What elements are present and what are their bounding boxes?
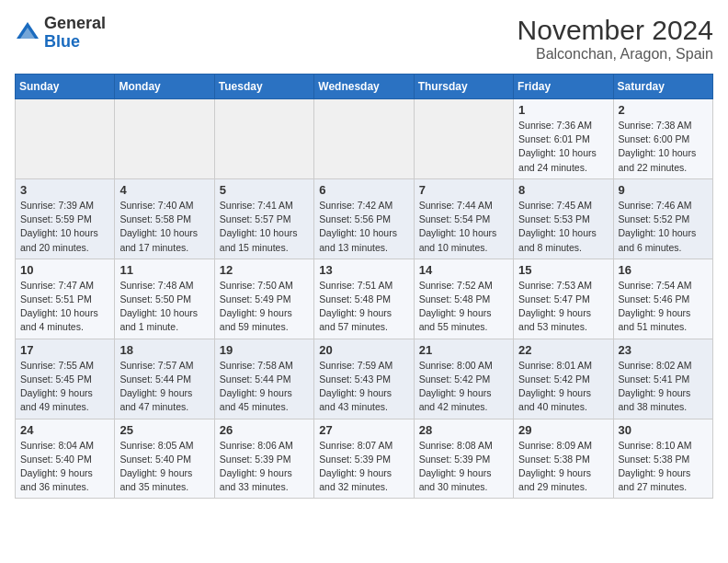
day-info: Sunrise: 7:39 AMSunset: 5:59 PMDaylight:… [20, 199, 109, 255]
day-number: 27 [319, 423, 408, 437]
day-number: 17 [20, 343, 109, 357]
day-info: Sunrise: 8:05 AMSunset: 5:40 PMDaylight:… [119, 439, 209, 495]
calendar-cell: 8Sunrise: 7:45 AMSunset: 5:53 PMDaylight… [514, 178, 613, 259]
day-number: 19 [220, 343, 309, 357]
weekday-header: Thursday [414, 75, 513, 99]
day-number: 22 [518, 343, 608, 357]
calendar-cell [115, 99, 214, 179]
calendar: SundayMondayTuesdayWednesdayThursdayFrid… [15, 74, 713, 499]
day-number: 6 [319, 183, 408, 197]
calendar-body: 1Sunrise: 7:36 AMSunset: 6:01 PMDaylight… [16, 99, 713, 499]
calendar-cell [414, 99, 513, 179]
calendar-cell: 27Sunrise: 8:07 AMSunset: 5:39 PMDayligh… [314, 419, 414, 499]
day-info: Sunrise: 7:36 AMSunset: 6:01 PMDaylight:… [518, 119, 608, 175]
day-info: Sunrise: 7:46 AMSunset: 5:52 PMDaylight:… [619, 199, 708, 255]
day-info: Sunrise: 8:08 AMSunset: 5:39 PMDaylight:… [419, 439, 508, 495]
day-info: Sunrise: 8:02 AMSunset: 5:41 PMDaylight:… [619, 359, 708, 415]
calendar-week-row: 17Sunrise: 7:55 AMSunset: 5:45 PMDayligh… [16, 339, 713, 419]
day-number: 13 [319, 263, 408, 277]
calendar-cell: 17Sunrise: 7:55 AMSunset: 5:45 PMDayligh… [16, 339, 115, 419]
day-number: 11 [119, 263, 209, 277]
calendar-cell: 21Sunrise: 8:00 AMSunset: 5:42 PMDayligh… [414, 339, 513, 419]
calendar-cell: 3Sunrise: 7:39 AMSunset: 5:59 PMDaylight… [16, 178, 115, 259]
day-number: 15 [518, 263, 608, 277]
day-info: Sunrise: 7:53 AMSunset: 5:47 PMDaylight:… [518, 279, 608, 335]
day-info: Sunrise: 7:47 AMSunset: 5:51 PMDaylight:… [20, 279, 109, 335]
day-number: 3 [20, 183, 109, 197]
calendar-week-row: 1Sunrise: 7:36 AMSunset: 6:01 PMDaylight… [16, 99, 713, 179]
weekday-header: Saturday [613, 75, 712, 99]
day-info: Sunrise: 7:45 AMSunset: 5:53 PMDaylight:… [518, 199, 608, 255]
title-block: November 2024 Balconchan, Aragon, Spain [518, 15, 713, 63]
calendar-cell: 1Sunrise: 7:36 AMSunset: 6:01 PMDaylight… [514, 99, 613, 179]
day-info: Sunrise: 7:48 AMSunset: 5:50 PMDaylight:… [119, 279, 209, 335]
calendar-cell: 23Sunrise: 8:02 AMSunset: 5:41 PMDayligh… [613, 339, 712, 419]
day-info: Sunrise: 7:44 AMSunset: 5:54 PMDaylight:… [419, 199, 508, 255]
day-info: Sunrise: 7:42 AMSunset: 5:56 PMDaylight:… [319, 199, 408, 255]
day-number: 12 [220, 263, 309, 277]
calendar-cell: 19Sunrise: 7:58 AMSunset: 5:44 PMDayligh… [214, 339, 313, 419]
day-info: Sunrise: 8:06 AMSunset: 5:39 PMDaylight:… [220, 439, 309, 495]
month-title: November 2024 [518, 15, 713, 46]
day-info: Sunrise: 7:50 AMSunset: 5:49 PMDaylight:… [220, 279, 309, 335]
day-info: Sunrise: 8:09 AMSunset: 5:38 PMDaylight:… [518, 439, 608, 495]
calendar-cell: 2Sunrise: 7:38 AMSunset: 6:00 PMDaylight… [613, 99, 712, 179]
day-info: Sunrise: 7:51 AMSunset: 5:48 PMDaylight:… [319, 279, 408, 335]
day-number: 4 [119, 183, 209, 197]
day-info: Sunrise: 8:10 AMSunset: 5:38 PMDaylight:… [619, 439, 708, 495]
day-number: 30 [619, 423, 708, 437]
logo-icon [15, 20, 40, 46]
page-header: General Blue November 2024 Balconchan, A… [15, 15, 713, 63]
calendar-header: SundayMondayTuesdayWednesdayThursdayFrid… [16, 75, 713, 99]
calendar-cell: 22Sunrise: 8:01 AMSunset: 5:42 PMDayligh… [514, 339, 613, 419]
calendar-cell: 15Sunrise: 7:53 AMSunset: 5:47 PMDayligh… [514, 259, 613, 339]
day-number: 10 [20, 263, 109, 277]
day-number: 5 [220, 183, 309, 197]
calendar-cell: 4Sunrise: 7:40 AMSunset: 5:58 PMDaylight… [115, 178, 214, 259]
calendar-cell [16, 99, 115, 179]
day-info: Sunrise: 8:07 AMSunset: 5:39 PMDaylight:… [319, 439, 408, 495]
day-number: 23 [619, 343, 708, 357]
calendar-cell: 16Sunrise: 7:54 AMSunset: 5:46 PMDayligh… [613, 259, 712, 339]
day-info: Sunrise: 7:55 AMSunset: 5:45 PMDaylight:… [20, 359, 109, 415]
calendar-week-row: 3Sunrise: 7:39 AMSunset: 5:59 PMDaylight… [16, 178, 713, 259]
day-number: 28 [419, 423, 508, 437]
calendar-cell: 20Sunrise: 7:59 AMSunset: 5:43 PMDayligh… [314, 339, 414, 419]
day-number: 18 [119, 343, 209, 357]
day-info: Sunrise: 7:41 AMSunset: 5:57 PMDaylight:… [220, 199, 309, 255]
day-info: Sunrise: 7:59 AMSunset: 5:43 PMDaylight:… [319, 359, 408, 415]
weekday-header: Sunday [16, 75, 115, 99]
day-info: Sunrise: 8:00 AMSunset: 5:42 PMDaylight:… [419, 359, 508, 415]
day-number: 24 [20, 423, 109, 437]
day-info: Sunrise: 7:58 AMSunset: 5:44 PMDaylight:… [220, 359, 309, 415]
calendar-cell: 10Sunrise: 7:47 AMSunset: 5:51 PMDayligh… [16, 259, 115, 339]
calendar-cell: 18Sunrise: 7:57 AMSunset: 5:44 PMDayligh… [115, 339, 214, 419]
day-info: Sunrise: 7:57 AMSunset: 5:44 PMDaylight:… [119, 359, 209, 415]
calendar-cell [214, 99, 313, 179]
calendar-cell: 12Sunrise: 7:50 AMSunset: 5:49 PMDayligh… [214, 259, 313, 339]
calendar-cell: 29Sunrise: 8:09 AMSunset: 5:38 PMDayligh… [514, 419, 613, 499]
day-number: 1 [518, 103, 608, 117]
calendar-cell: 30Sunrise: 8:10 AMSunset: 5:38 PMDayligh… [613, 419, 712, 499]
calendar-cell: 28Sunrise: 8:08 AMSunset: 5:39 PMDayligh… [414, 419, 513, 499]
day-info: Sunrise: 7:38 AMSunset: 6:00 PMDaylight:… [619, 119, 708, 175]
calendar-cell: 11Sunrise: 7:48 AMSunset: 5:50 PMDayligh… [115, 259, 214, 339]
day-info: Sunrise: 8:04 AMSunset: 5:40 PMDaylight:… [20, 439, 109, 495]
day-number: 16 [619, 263, 708, 277]
calendar-cell: 26Sunrise: 8:06 AMSunset: 5:39 PMDayligh… [214, 419, 313, 499]
day-info: Sunrise: 7:40 AMSunset: 5:58 PMDaylight:… [119, 199, 209, 255]
day-number: 20 [319, 343, 408, 357]
weekday-header: Wednesday [314, 75, 414, 99]
calendar-cell: 24Sunrise: 8:04 AMSunset: 5:40 PMDayligh… [16, 419, 115, 499]
day-number: 9 [619, 183, 708, 197]
calendar-cell: 14Sunrise: 7:52 AMSunset: 5:48 PMDayligh… [414, 259, 513, 339]
calendar-cell [314, 99, 414, 179]
logo: General Blue [15, 15, 106, 52]
day-info: Sunrise: 8:01 AMSunset: 5:42 PMDaylight:… [518, 359, 608, 415]
day-number: 8 [518, 183, 608, 197]
calendar-cell: 9Sunrise: 7:46 AMSunset: 5:52 PMDaylight… [613, 178, 712, 259]
calendar-cell: 25Sunrise: 8:05 AMSunset: 5:40 PMDayligh… [115, 419, 214, 499]
calendar-cell: 13Sunrise: 7:51 AMSunset: 5:48 PMDayligh… [314, 259, 414, 339]
day-number: 14 [419, 263, 508, 277]
day-number: 2 [619, 103, 708, 117]
